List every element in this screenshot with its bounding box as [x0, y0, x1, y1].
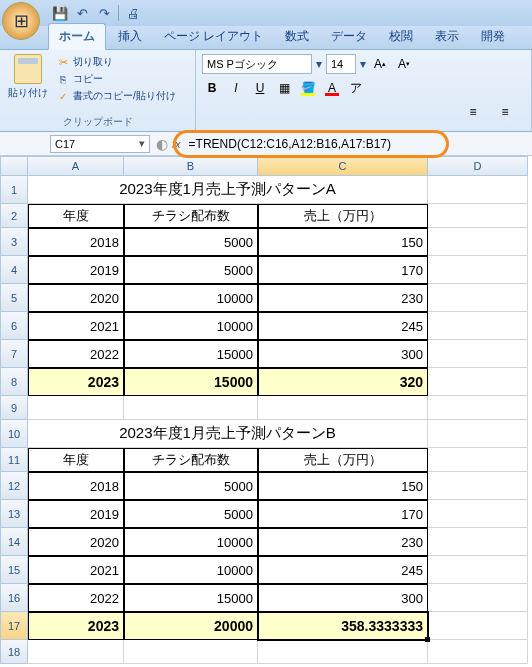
header-cell[interactable]: 年度 — [28, 204, 124, 228]
office-button[interactable]: ⊞ — [2, 2, 40, 40]
row-header[interactable]: 5 — [0, 284, 28, 312]
row-header[interactable]: 17 — [0, 612, 28, 640]
col-header-a[interactable]: A — [28, 156, 124, 176]
cell[interactable] — [428, 228, 528, 256]
fx-icon[interactable]: fx — [172, 138, 181, 150]
cell[interactable] — [428, 368, 528, 396]
cell[interactable] — [428, 256, 528, 284]
data-cell[interactable]: 2020 — [28, 284, 124, 312]
format-painter-button[interactable]: ✓書式のコピー/貼り付け — [54, 88, 178, 104]
row-header[interactable]: 7 — [0, 340, 28, 368]
data-cell[interactable]: 358.3333333 — [258, 612, 428, 640]
data-cell[interactable]: 10000 — [124, 556, 258, 584]
data-cell[interactable]: 20000 — [124, 612, 258, 640]
data-cell[interactable]: 230 — [258, 284, 428, 312]
data-cell[interactable]: 10000 — [124, 312, 258, 340]
row-header[interactable]: 14 — [0, 528, 28, 556]
tab-formulas[interactable]: 数式 — [275, 24, 319, 49]
font-color-button[interactable]: A — [322, 78, 342, 98]
data-cell[interactable]: 230 — [258, 528, 428, 556]
cell[interactable] — [428, 176, 528, 204]
row-header[interactable]: 15 — [0, 556, 28, 584]
cell[interactable] — [28, 396, 124, 420]
tab-developer[interactable]: 開発 — [471, 24, 515, 49]
col-header-d[interactable]: D — [428, 156, 528, 176]
align-center-button[interactable]: ≡ — [495, 102, 515, 122]
cell[interactable] — [258, 640, 428, 664]
row-header[interactable]: 16 — [0, 584, 28, 612]
data-cell[interactable]: 15000 — [124, 340, 258, 368]
cell[interactable] — [428, 284, 528, 312]
data-cell[interactable]: 2019 — [28, 500, 124, 528]
redo-icon[interactable]: ↷ — [96, 5, 112, 21]
select-all-corner[interactable] — [0, 156, 28, 176]
data-cell[interactable]: 2021 — [28, 556, 124, 584]
header-cell[interactable]: 売上（万円） — [258, 204, 428, 228]
cell[interactable] — [428, 312, 528, 340]
tab-insert[interactable]: 挿入 — [108, 24, 152, 49]
row-header[interactable]: 9 — [0, 396, 28, 420]
data-cell[interactable]: 150 — [258, 472, 428, 500]
data-cell[interactable]: 10000 — [124, 528, 258, 556]
data-cell[interactable]: 320 — [258, 368, 428, 396]
data-cell[interactable]: 5000 — [124, 472, 258, 500]
row-header[interactable]: 1 — [0, 176, 28, 204]
data-cell[interactable]: 150 — [258, 228, 428, 256]
data-cell[interactable]: 300 — [258, 584, 428, 612]
tab-view[interactable]: 表示 — [425, 24, 469, 49]
cell[interactable] — [428, 500, 528, 528]
cell[interactable] — [428, 584, 528, 612]
data-cell[interactable]: 2021 — [28, 312, 124, 340]
row-header[interactable]: 11 — [0, 448, 28, 472]
italic-button[interactable]: I — [226, 78, 246, 98]
header-cell[interactable]: チラシ配布数 — [124, 448, 258, 472]
data-cell[interactable]: 2020 — [28, 528, 124, 556]
font-size-select[interactable] — [326, 54, 356, 74]
cell[interactable] — [28, 640, 124, 664]
phonetic-button[interactable]: ア — [346, 78, 366, 98]
undo-icon[interactable]: ↶ — [74, 5, 90, 21]
formula-input[interactable]: =TREND(C12:C16,A12:B16,A17:B17) — [185, 135, 532, 153]
row-header[interactable]: 10 — [0, 420, 28, 448]
data-cell[interactable]: 2022 — [28, 584, 124, 612]
cell[interactable] — [258, 396, 428, 420]
cell[interactable] — [428, 556, 528, 584]
row-header[interactable]: 18 — [0, 640, 28, 664]
print-icon[interactable]: 🖨 — [125, 5, 141, 21]
fill-color-button[interactable]: 🪣 — [298, 78, 318, 98]
cell[interactable] — [428, 528, 528, 556]
tab-review[interactable]: 校閲 — [379, 24, 423, 49]
row-header[interactable]: 13 — [0, 500, 28, 528]
data-cell[interactable]: 170 — [258, 256, 428, 284]
cell[interactable] — [124, 640, 258, 664]
tab-data[interactable]: データ — [321, 24, 377, 49]
cell[interactable] — [428, 340, 528, 368]
decrease-font-button[interactable]: A▾ — [394, 54, 414, 74]
data-cell[interactable]: 2022 — [28, 340, 124, 368]
data-cell[interactable]: 5000 — [124, 500, 258, 528]
cell[interactable] — [428, 420, 528, 448]
cell[interactable] — [428, 448, 528, 472]
data-cell[interactable]: 2023 — [28, 368, 124, 396]
bold-button[interactable]: B — [202, 78, 222, 98]
col-header-b[interactable]: B — [124, 156, 258, 176]
data-cell[interactable]: 2018 — [28, 228, 124, 256]
data-cell[interactable]: 245 — [258, 556, 428, 584]
data-cell[interactable]: 5000 — [124, 228, 258, 256]
cell[interactable] — [428, 396, 528, 420]
row-header[interactable]: 3 — [0, 228, 28, 256]
col-header-c[interactable]: C — [258, 156, 428, 176]
row-header[interactable]: 2 — [0, 204, 28, 228]
cell[interactable] — [428, 640, 528, 664]
cell[interactable] — [428, 204, 528, 228]
data-cell[interactable]: 2023 — [28, 612, 124, 640]
data-cell[interactable]: 15000 — [124, 368, 258, 396]
data-cell[interactable]: 300 — [258, 340, 428, 368]
increase-font-button[interactable]: A▴ — [370, 54, 390, 74]
cell[interactable] — [428, 612, 528, 640]
row-header[interactable]: 4 — [0, 256, 28, 284]
save-icon[interactable]: 💾 — [52, 5, 68, 21]
data-cell[interactable]: 170 — [258, 500, 428, 528]
align-left-button[interactable]: ≡ — [463, 102, 483, 122]
data-cell[interactable]: 10000 — [124, 284, 258, 312]
